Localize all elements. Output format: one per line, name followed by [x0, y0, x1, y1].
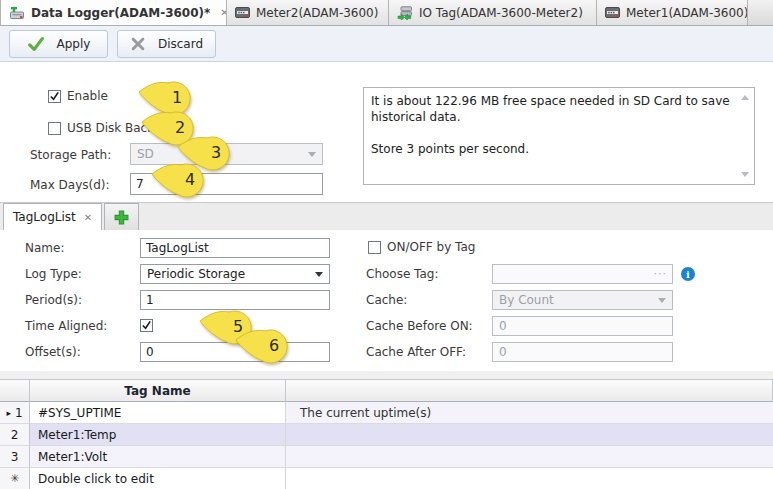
period-label: Period(s): [25, 293, 82, 307]
tab-tagloglist[interactable]: TagLogList ✕ [3, 203, 102, 230]
tab-label: Data Logger(ADAM-3600)* [31, 6, 210, 20]
usb-disk-backup-label: USB Disk Backup [67, 121, 169, 135]
time-aligned-checkbox[interactable] [140, 319, 153, 332]
tag-name-cell[interactable]: Meter1:Volt [30, 446, 286, 468]
close-icon[interactable]: ✕ [84, 212, 92, 223]
tag-grid: Tag Name ▸ 1 #SYS_UPTIME The current upt… [0, 380, 773, 489]
callout-balloon-icon [198, 307, 262, 347]
plus-icon [114, 210, 129, 225]
tab-data-logger[interactable]: Data Logger(ADAM-3600)* ✕ [0, 0, 227, 25]
enable-label: Enable [67, 89, 108, 103]
callout-number: 5 [222, 309, 254, 343]
callout-5: 5 [198, 307, 262, 347]
add-log-list-button[interactable] [104, 203, 139, 230]
offset-input[interactable] [140, 342, 330, 362]
cache-before-on-value: 0 [499, 319, 507, 333]
cache-select: By Count [492, 290, 673, 310]
apply-label: Apply [57, 37, 91, 51]
document-tab-bar: Data Logger(ADAM-3600)* ✕ Meter2(ADAM-36… [0, 0, 773, 26]
tag-description-cell[interactable]: The current uptime(s) [286, 402, 773, 424]
checkmark-icon [141, 320, 152, 331]
cache-before-on-label: Cache Before ON: [366, 319, 473, 333]
time-aligned-label: Time Aligned: [25, 319, 107, 333]
meter-icon [605, 7, 620, 18]
log-type-value: Periodic Storage [147, 267, 245, 281]
data-logger-icon [9, 6, 25, 20]
tab-io-tag[interactable]: IO Tag(ADAM-3600-Meter2) [389, 0, 597, 25]
checkmark-icon [49, 91, 60, 102]
name-label: Name: [25, 241, 64, 255]
free-space-info-box[interactable]: It is about 122.96 MB free space needed … [363, 87, 755, 185]
info-line-2: Store 3 points per second. [371, 141, 736, 157]
row-indicator-header [0, 380, 30, 402]
offset-label: Offset(s): [25, 345, 81, 359]
callout-1: 1 [137, 78, 201, 118]
max-days-input[interactable] [130, 173, 323, 195]
logger-settings-panel: Enable USB Disk Backup Storage Path: SD … [0, 62, 773, 202]
storage-path-label: Storage Path: [30, 148, 111, 162]
cache-label: Cache: [366, 293, 407, 307]
tag-name-column-header[interactable]: Tag Name [30, 380, 286, 402]
onoff-by-tag-label: ON/OFF by Tag [387, 240, 475, 254]
callout-number: 1 [161, 80, 193, 114]
usb-disk-backup-checkbox[interactable] [48, 122, 61, 135]
choose-tag-input: ··· [492, 264, 673, 284]
tag-name-cell[interactable]: Meter1:Temp [30, 424, 286, 446]
enable-checkbox[interactable] [48, 90, 61, 103]
scroll-down-icon[interactable] [741, 172, 749, 177]
cache-after-off-label: Cache After OFF: [366, 345, 466, 359]
tag-name-cell[interactable]: #SYS_UPTIME [30, 402, 286, 424]
row-number: 1 [15, 406, 23, 420]
choose-tag-label: Choose Tag: [366, 267, 438, 281]
apply-button[interactable]: Apply [9, 30, 108, 58]
close-icon[interactable]: ✕ [220, 7, 227, 18]
name-input[interactable] [140, 238, 330, 258]
cache-after-off-input: 0 [492, 342, 673, 362]
meter-icon [235, 7, 250, 18]
data-logger-config-window: Data Logger(ADAM-3600)* ✕ Meter2(ADAM-36… [0, 0, 773, 489]
log-list-tab-bar: TagLogList ✕ [0, 202, 773, 230]
toolbar: Apply Discard [0, 26, 773, 62]
row-number: 3 [11, 450, 19, 464]
tab-label: TagLogList [13, 210, 76, 224]
storage-path-select: SD [130, 143, 323, 165]
cache-before-on-input: 0 [492, 316, 673, 336]
browse-ellipsis-button: ··· [654, 267, 668, 280]
tab-label: Meter1(ADAM-3600) [626, 6, 748, 20]
current-row-marker-icon: ▸ [6, 408, 11, 418]
tab-meter1[interactable]: Meter1(ADAM-3600) [597, 0, 748, 25]
table-row[interactable]: 3 Meter1:Volt [0, 446, 773, 468]
log-type-select[interactable]: Periodic Storage [140, 264, 330, 284]
chevron-down-icon [658, 298, 666, 303]
callout-balloon-icon [137, 78, 201, 118]
tab-meter2[interactable]: Meter2(ADAM-3600) [227, 0, 389, 25]
tag-description-cell[interactable] [286, 468, 773, 489]
period-input[interactable] [140, 290, 330, 310]
storage-path-value: SD [137, 147, 154, 161]
log-type-label: Log Type: [25, 267, 82, 281]
table-row-new[interactable]: ✳ Double click to edit [0, 468, 773, 489]
row-number: 2 [11, 428, 19, 442]
table-row[interactable]: 2 Meter1:Temp [0, 424, 773, 446]
log-list-settings-panel: Name: Log Type: Periodic Storage Period(… [0, 230, 773, 371]
check-icon [27, 35, 45, 53]
discard-button[interactable]: Discard [117, 30, 216, 58]
grid-header-row: Tag Name [0, 380, 773, 402]
discard-label: Discard [158, 37, 203, 51]
table-row[interactable]: ▸ 1 #SYS_UPTIME The current uptime(s) [0, 402, 773, 424]
tag-description-cell[interactable] [286, 424, 773, 446]
panel-divider [0, 371, 773, 380]
tag-description-cell[interactable] [286, 446, 773, 468]
scroll-up-icon[interactable] [741, 95, 749, 100]
x-icon [130, 36, 146, 52]
tag-name-cell[interactable]: Double click to edit [30, 468, 286, 489]
info-icon[interactable]: i [681, 267, 695, 281]
max-days-label: Max Days(d): [30, 178, 110, 192]
cache-after-off-value: 0 [499, 345, 507, 359]
chevron-down-icon [315, 272, 323, 277]
description-column-header[interactable] [286, 380, 773, 402]
tab-label: IO Tag(ADAM-3600-Meter2) [419, 6, 583, 20]
onoff-by-tag-checkbox[interactable] [368, 241, 381, 254]
tab-label: Meter2(ADAM-3600) [256, 6, 378, 20]
cache-value: By Count [499, 293, 554, 307]
